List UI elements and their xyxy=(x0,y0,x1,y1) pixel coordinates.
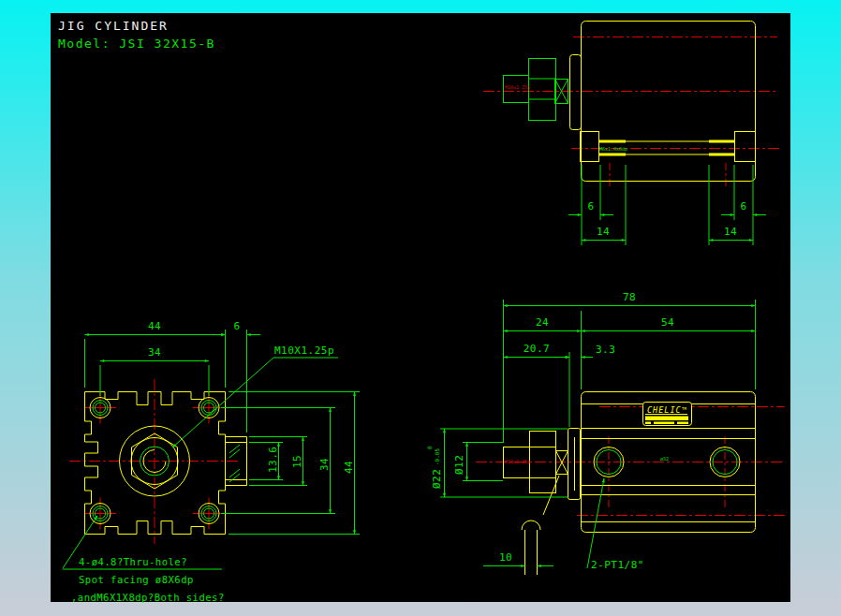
brand-tm: TM xyxy=(682,406,686,411)
rail-thread-label: M6x1.0x6dp xyxy=(599,146,627,153)
dim-rod-dia: Ø12 xyxy=(453,455,465,475)
dim-13-6: 13.6 xyxy=(267,447,279,474)
dim-6-right: 6 xyxy=(740,200,746,213)
note-thru-hole: 4-ø4.8?Thru-hole? xyxy=(79,556,187,567)
brand-name: CHELIC xyxy=(647,405,682,415)
top-rod-thread-label: M10x1.25p xyxy=(505,84,530,91)
dim-24: 24 xyxy=(536,316,549,329)
dim-78: 78 xyxy=(623,291,636,303)
dim-collar-dia: Ø22 xyxy=(431,469,443,489)
dim-6-left: 6 xyxy=(587,200,594,213)
dim-collar-tol-lower: -0.05 xyxy=(434,448,440,465)
note-spot-facing: Spot facing ø8X6dp xyxy=(79,574,194,585)
side-rod-thread-label: M10x1.25p xyxy=(505,459,530,465)
front-thread-label: M10X1.25p xyxy=(274,345,334,357)
dim-14-right: 14 xyxy=(724,226,737,238)
dim-34-top: 34 xyxy=(148,346,161,359)
port-label: 2-PT1/8" xyxy=(591,559,644,571)
dim-10: 10 xyxy=(499,551,512,564)
brand-band xyxy=(645,417,688,421)
dim-collar-tol-upper: 0 xyxy=(426,446,433,449)
dim-6-rail: 6 xyxy=(233,320,240,332)
drawing-canvas[interactable]: JIG CYLINDER Model: JSI 32X15-B M10x1.25… xyxy=(0,0,841,616)
dim-54: 54 xyxy=(661,316,674,329)
dim-34-right: 34 xyxy=(318,458,331,471)
dim-44-top: 44 xyxy=(148,320,161,332)
dim-3-3: 3.3 xyxy=(596,344,615,356)
dim-20-7: 20.7 xyxy=(524,343,551,355)
model-label: Model: JSI 32X15-B xyxy=(58,37,215,51)
drawing-sheet xyxy=(51,13,790,602)
dim-44-right: 44 xyxy=(343,461,355,474)
drawing-title: JIG CYLINDER xyxy=(58,19,169,33)
note-both-sides: ,andM6X1X8dp?Both sides? xyxy=(71,592,225,603)
dim-15: 15 xyxy=(291,455,303,468)
bore-label: ø32 xyxy=(660,456,669,462)
brand-label: CHELIC TM xyxy=(643,403,692,426)
dim-14-left: 14 xyxy=(597,226,610,238)
